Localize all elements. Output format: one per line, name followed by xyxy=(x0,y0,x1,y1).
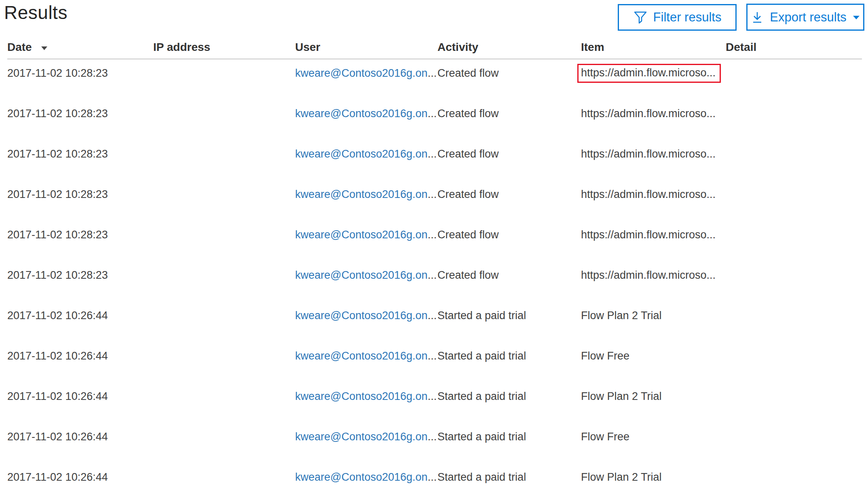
cell-item: Flow Free xyxy=(581,430,726,443)
user-link-ellipsis: ... xyxy=(428,107,437,120)
cell-user: kweare@Contoso2016g.on... xyxy=(295,188,437,201)
item-value: https://admin.flow.microso... xyxy=(577,64,721,83)
cell-date: 2017-11-02 10:28:23 xyxy=(7,107,153,120)
column-header-date[interactable]: Date xyxy=(7,41,153,53)
column-header-ip-address: IP address xyxy=(153,41,295,53)
cell-date: 2017-11-02 10:26:44 xyxy=(7,431,153,443)
cell-item: Flow Plan 2 Trial xyxy=(581,309,726,322)
cell-user: kweare@Contoso2016g.on... xyxy=(295,309,437,322)
cell-date: 2017-11-02 10:26:44 xyxy=(7,390,153,403)
page-title: Results xyxy=(4,2,68,23)
download-icon xyxy=(750,11,764,24)
item-value: Flow Plan 2 Trial xyxy=(581,471,662,484)
item-value: https://admin.flow.microso... xyxy=(581,188,716,201)
column-header-item: Item xyxy=(581,41,726,53)
cell-activity: Created flow xyxy=(437,148,581,160)
user-link-ellipsis: ... xyxy=(428,431,437,443)
cell-item: https://admin.flow.microso... xyxy=(581,107,726,120)
cell-user: kweare@Contoso2016g.on... xyxy=(295,67,437,80)
user-link-ellipsis: ... xyxy=(428,269,437,281)
cell-activity: Created flow xyxy=(437,229,581,241)
chevron-down-icon xyxy=(852,15,860,20)
sort-descending-icon xyxy=(41,46,48,50)
cell-item: https://admin.flow.microso... xyxy=(581,269,726,282)
column-header-detail: Detail xyxy=(726,41,862,53)
cell-activity: Created flow xyxy=(437,269,581,282)
user-link-ellipsis: ... xyxy=(428,148,437,160)
user-link-ellipsis: ... xyxy=(428,309,437,322)
cell-date: 2017-11-02 10:28:23 xyxy=(7,188,153,201)
table-row[interactable]: 2017-11-02 10:28:23 kweare@Contoso2016g.… xyxy=(7,134,862,174)
cell-item: https://admin.flow.microso... xyxy=(581,228,726,241)
table-row[interactable]: 2017-11-02 10:26:44 kweare@Contoso2016g.… xyxy=(7,457,862,490)
audit-results-page: Results Filter results Export results Da… xyxy=(0,0,868,490)
user-link-ellipsis: ... xyxy=(428,350,437,362)
table-row[interactable]: 2017-11-02 10:28:23 kweare@Contoso2016g.… xyxy=(7,93,862,134)
table-row[interactable]: 2017-11-02 10:26:44 kweare@Contoso2016g.… xyxy=(7,336,862,376)
user-link[interactable]: kweare@Contoso2016g.on xyxy=(295,107,428,120)
cell-date: 2017-11-02 10:28:23 xyxy=(7,67,153,80)
user-link[interactable]: kweare@Contoso2016g.on xyxy=(295,309,428,322)
item-value: Flow Plan 2 Trial xyxy=(581,309,662,322)
user-link-ellipsis: ... xyxy=(428,471,437,483)
user-link[interactable]: kweare@Contoso2016g.on xyxy=(295,431,428,443)
user-link[interactable]: kweare@Contoso2016g.on xyxy=(295,350,428,362)
table-body: 2017-11-02 10:28:23 kweare@Contoso2016g.… xyxy=(7,53,862,490)
table-row[interactable]: 2017-11-02 10:28:23 kweare@Contoso2016g.… xyxy=(7,174,862,215)
column-header-date-label: Date xyxy=(7,41,32,53)
user-link[interactable]: kweare@Contoso2016g.on xyxy=(295,269,428,281)
item-value: Flow Free xyxy=(581,430,629,443)
table-row[interactable]: 2017-11-02 10:26:44 kweare@Contoso2016g.… xyxy=(7,295,862,336)
item-value: https://admin.flow.microso... xyxy=(581,269,716,282)
export-results-label: Export results xyxy=(770,10,847,25)
cell-date: 2017-11-02 10:28:23 xyxy=(7,229,153,241)
cell-activity: Started a paid trial xyxy=(437,390,581,403)
filter-results-button[interactable]: Filter results xyxy=(618,4,737,31)
cell-user: kweare@Contoso2016g.on... xyxy=(295,390,437,403)
cell-date: 2017-11-02 10:26:44 xyxy=(7,350,153,362)
cell-user: kweare@Contoso2016g.on... xyxy=(295,350,437,362)
cell-item: Flow Plan 2 Trial xyxy=(581,471,726,484)
filter-icon xyxy=(633,10,648,25)
table-row[interactable]: 2017-11-02 10:28:23 kweare@Contoso2016g.… xyxy=(7,215,862,255)
user-link[interactable]: kweare@Contoso2016g.on xyxy=(295,67,428,79)
user-link-ellipsis: ... xyxy=(428,188,437,200)
user-link[interactable]: kweare@Contoso2016g.on xyxy=(295,188,428,200)
cell-item: Flow Free xyxy=(581,349,726,362)
table-row[interactable]: 2017-11-02 10:28:23 kweare@Contoso2016g.… xyxy=(7,53,862,93)
cell-item: Flow Plan 2 Trial xyxy=(581,390,726,403)
user-link-ellipsis: ... xyxy=(428,390,437,402)
user-link[interactable]: kweare@Contoso2016g.on xyxy=(295,148,428,160)
cell-activity: Created flow xyxy=(437,67,581,80)
cell-date: 2017-11-02 10:26:44 xyxy=(7,309,153,322)
cell-item: https://admin.flow.microso... xyxy=(581,147,726,160)
cell-item: https://admin.flow.microso... xyxy=(581,188,726,201)
cell-activity: Started a paid trial xyxy=(437,309,581,322)
cell-user: kweare@Contoso2016g.on... xyxy=(295,269,437,282)
table-row[interactable]: 2017-11-02 10:26:44 kweare@Contoso2016g.… xyxy=(7,376,862,416)
item-value: Flow Free xyxy=(581,349,629,362)
export-results-button[interactable]: Export results xyxy=(746,4,864,31)
cell-user: kweare@Contoso2016g.on... xyxy=(295,471,437,484)
table-row[interactable]: 2017-11-02 10:26:44 kweare@Contoso2016g.… xyxy=(7,416,862,457)
item-value: Flow Plan 2 Trial xyxy=(581,390,662,403)
user-link-ellipsis: ... xyxy=(428,67,437,79)
user-link-ellipsis: ... xyxy=(428,229,437,241)
cell-user: kweare@Contoso2016g.on... xyxy=(295,229,437,241)
item-value: https://admin.flow.microso... xyxy=(581,107,716,120)
table-row[interactable]: 2017-11-02 10:28:23 kweare@Contoso2016g.… xyxy=(7,255,862,295)
cell-date: 2017-11-02 10:26:44 xyxy=(7,471,153,484)
cell-user: kweare@Contoso2016g.on... xyxy=(295,107,437,120)
cell-item: https://admin.flow.microso... xyxy=(581,64,726,83)
cell-user: kweare@Contoso2016g.on... xyxy=(295,148,437,160)
cell-activity: Started a paid trial xyxy=(437,350,581,362)
cell-activity: Created flow xyxy=(437,107,581,120)
item-value: https://admin.flow.microso... xyxy=(581,228,716,241)
filter-results-label: Filter results xyxy=(653,10,722,25)
user-link[interactable]: kweare@Contoso2016g.on xyxy=(295,229,428,241)
user-link[interactable]: kweare@Contoso2016g.on xyxy=(295,390,428,402)
user-link[interactable]: kweare@Contoso2016g.on xyxy=(295,471,428,483)
cell-activity: Created flow xyxy=(437,188,581,201)
cell-date: 2017-11-02 10:28:23 xyxy=(7,269,153,282)
item-value: https://admin.flow.microso... xyxy=(581,147,716,160)
